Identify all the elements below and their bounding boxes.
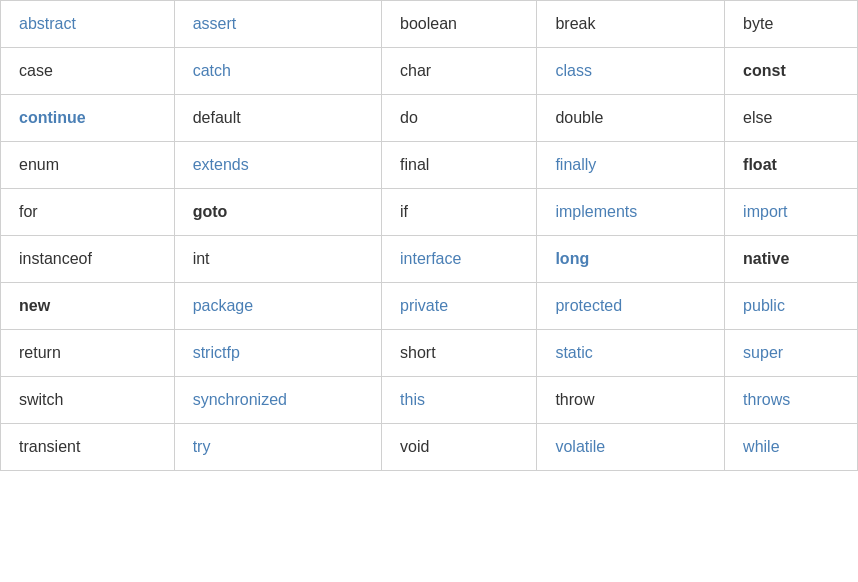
table-cell: boolean	[382, 1, 537, 48]
keyword-link[interactable]: long	[555, 250, 589, 267]
keyword-text: default	[193, 109, 241, 126]
table-cell: interface	[382, 236, 537, 283]
table-cell: while	[725, 424, 858, 471]
table-cell: enum	[1, 142, 175, 189]
keyword-text: int	[193, 250, 210, 267]
keyword-link[interactable]: volatile	[555, 438, 605, 455]
table-cell: void	[382, 424, 537, 471]
keyword-text: void	[400, 438, 429, 455]
table-cell: switch	[1, 377, 175, 424]
table-cell: extends	[174, 142, 381, 189]
table-cell: this	[382, 377, 537, 424]
keyword-link[interactable]: continue	[19, 109, 86, 126]
table-cell: package	[174, 283, 381, 330]
table-cell: final	[382, 142, 537, 189]
table-cell: goto	[174, 189, 381, 236]
table-cell: if	[382, 189, 537, 236]
table-cell: protected	[537, 283, 725, 330]
table-cell: super	[725, 330, 858, 377]
table-cell: default	[174, 95, 381, 142]
table-row: casecatchcharclassconst	[1, 48, 858, 95]
table-cell: try	[174, 424, 381, 471]
keyword-text: switch	[19, 391, 63, 408]
table-cell: finally	[537, 142, 725, 189]
table-row: forgotoifimplementsimport	[1, 189, 858, 236]
table-cell: synchronized	[174, 377, 381, 424]
keyword-text: return	[19, 344, 61, 361]
keyword-text: if	[400, 203, 408, 220]
table-cell: throw	[537, 377, 725, 424]
keyword-text: break	[555, 15, 595, 32]
keyword-link[interactable]: private	[400, 297, 448, 314]
table-cell: int	[174, 236, 381, 283]
keyword-text: for	[19, 203, 38, 220]
table-cell: static	[537, 330, 725, 377]
keyword-link[interactable]: finally	[555, 156, 596, 173]
table-cell: const	[725, 48, 858, 95]
keyword-link[interactable]: interface	[400, 250, 461, 267]
keyword-link[interactable]: super	[743, 344, 783, 361]
keyword-text: transient	[19, 438, 80, 455]
table-row: enumextendsfinalfinallyfloat	[1, 142, 858, 189]
keyword-link[interactable]: strictfp	[193, 344, 240, 361]
table-cell: continue	[1, 95, 175, 142]
keyword-link[interactable]: throws	[743, 391, 790, 408]
table-cell: case	[1, 48, 175, 95]
keyword-link[interactable]: abstract	[19, 15, 76, 32]
table-cell: volatile	[537, 424, 725, 471]
table-cell: else	[725, 95, 858, 142]
table-cell: abstract	[1, 1, 175, 48]
keyword-link[interactable]: this	[400, 391, 425, 408]
keyword-text: final	[400, 156, 429, 173]
keyword-text: else	[743, 109, 772, 126]
table-cell: public	[725, 283, 858, 330]
keyword-link[interactable]: public	[743, 297, 785, 314]
keyword-text: enum	[19, 156, 59, 173]
table-cell: byte	[725, 1, 858, 48]
table-cell: import	[725, 189, 858, 236]
keyword-link[interactable]: static	[555, 344, 592, 361]
table-cell: float	[725, 142, 858, 189]
keyword-text: const	[743, 62, 786, 79]
table-cell: transient	[1, 424, 175, 471]
keyword-text: byte	[743, 15, 773, 32]
keyword-link[interactable]: extends	[193, 156, 249, 173]
keyword-text: throw	[555, 391, 594, 408]
keyword-link[interactable]: catch	[193, 62, 231, 79]
table-cell: for	[1, 189, 175, 236]
keyword-text: new	[19, 297, 50, 314]
keyword-text: double	[555, 109, 603, 126]
keyword-text: short	[400, 344, 436, 361]
keyword-link[interactable]: try	[193, 438, 211, 455]
keyword-link[interactable]: assert	[193, 15, 237, 32]
keyword-text: boolean	[400, 15, 457, 32]
table-cell: throws	[725, 377, 858, 424]
keyword-text: char	[400, 62, 431, 79]
table-row: continuedefaultdodoubleelse	[1, 95, 858, 142]
table-cell: break	[537, 1, 725, 48]
table-cell: new	[1, 283, 175, 330]
table-row: newpackageprivateprotectedpublic	[1, 283, 858, 330]
keyword-text: native	[743, 250, 789, 267]
table-row: switchsynchronizedthisthrowthrows	[1, 377, 858, 424]
table-cell: native	[725, 236, 858, 283]
table-cell: strictfp	[174, 330, 381, 377]
table-cell: long	[537, 236, 725, 283]
keyword-link[interactable]: package	[193, 297, 254, 314]
table-cell: do	[382, 95, 537, 142]
keyword-text: case	[19, 62, 53, 79]
keyword-text: instanceof	[19, 250, 92, 267]
table-row: returnstrictfpshortstaticsuper	[1, 330, 858, 377]
table-cell: class	[537, 48, 725, 95]
table-row: abstractassertbooleanbreakbyte	[1, 1, 858, 48]
table-cell: short	[382, 330, 537, 377]
keyword-link[interactable]: protected	[555, 297, 622, 314]
keyword-link[interactable]: while	[743, 438, 779, 455]
table-cell: instanceof	[1, 236, 175, 283]
keyword-link[interactable]: class	[555, 62, 591, 79]
keyword-link[interactable]: import	[743, 203, 787, 220]
keyword-text: float	[743, 156, 777, 173]
keyword-link[interactable]: implements	[555, 203, 637, 220]
keyword-link[interactable]: synchronized	[193, 391, 287, 408]
keyword-text: do	[400, 109, 418, 126]
